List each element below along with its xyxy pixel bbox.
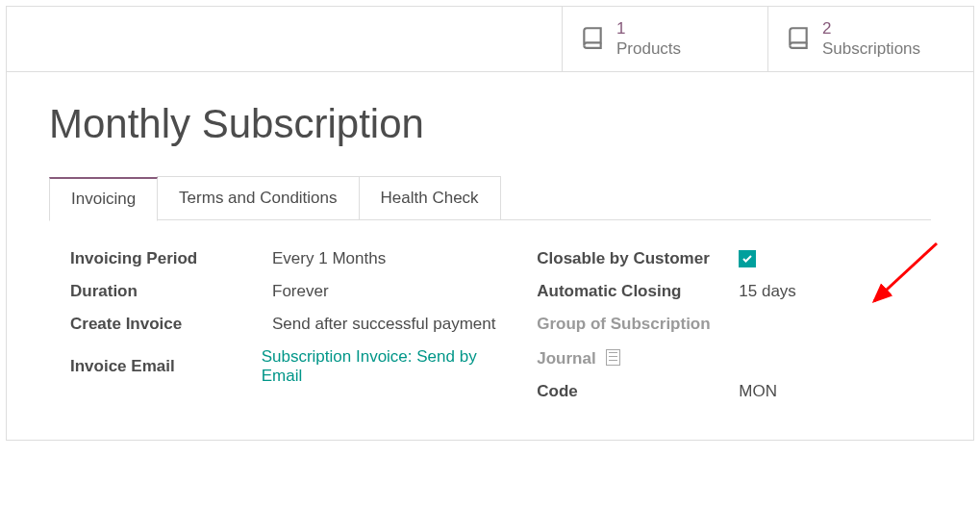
invoicing-period-value: Every 1 Months (272, 249, 386, 268)
auto-closing-row: Automatic Closing 15 days (537, 282, 931, 301)
tab-health-check[interactable]: Health Check (359, 176, 501, 220)
subscriptions-label: Subscriptions (822, 39, 920, 59)
closable-checkbox[interactable] (739, 250, 756, 267)
group-row: Group of Subscription (537, 315, 931, 334)
journal-label: Journal (537, 347, 739, 368)
form-columns: Invoicing Period Every 1 Months Duration… (49, 249, 931, 415)
invoicing-period-number: 1 (318, 249, 327, 267)
invoicing-period-unit: Months (332, 249, 386, 267)
auto-closing-label: Automatic Closing (537, 282, 739, 301)
journal-label-text: Journal (537, 349, 595, 368)
building-icon (606, 349, 620, 366)
stat-bar-spacer (7, 7, 562, 71)
subscriptions-stat-button[interactable]: 2 Subscriptions (767, 7, 973, 71)
stat-bar: 1 Products 2 Subscriptions (7, 7, 973, 72)
create-invoice-row: Create Invoice Send after successful pay… (70, 315, 508, 334)
form-card: 1 Products 2 Subscriptions Monthly Subsc… (6, 6, 974, 441)
products-stat-button[interactable]: 1 Products (562, 7, 767, 71)
tab-invoicing[interactable]: Invoicing (49, 177, 158, 221)
closable-label: Closable by Customer (537, 249, 739, 268)
tabs: Invoicing Terms and Conditions Health Ch… (49, 176, 931, 220)
duration-value: Forever (272, 282, 329, 301)
invoicing-period-prefix: Every (272, 249, 314, 267)
right-column: Closable by Customer Automatic Closing 1… (537, 249, 931, 415)
auto-closing-unit: days (762, 282, 796, 300)
auto-closing-number: 15 (739, 282, 757, 300)
book-icon (786, 25, 811, 54)
code-row: Code MON (537, 382, 931, 401)
duration-row: Duration Forever (70, 282, 508, 301)
invoicing-period-label: Invoicing Period (70, 249, 272, 268)
page-title: Monthly Subscription (49, 101, 931, 147)
products-label: Products (616, 39, 681, 59)
invoice-email-link[interactable]: Subscription Invoice: Send by Email (262, 347, 509, 386)
invoice-email-label: Invoice Email (70, 357, 262, 376)
tab-terms[interactable]: Terms and Conditions (157, 176, 359, 220)
closable-row: Closable by Customer (537, 249, 931, 268)
create-invoice-label: Create Invoice (70, 315, 272, 334)
create-invoice-value: Send after successful payment (272, 315, 495, 334)
invoice-email-row: Invoice Email Subscription Invoice: Send… (70, 347, 508, 386)
subscriptions-count: 2 (822, 19, 920, 38)
duration-label: Duration (70, 282, 272, 301)
group-label: Group of Subscription (537, 315, 739, 334)
invoicing-period-row: Invoicing Period Every 1 Months (70, 249, 508, 268)
code-value: MON (739, 382, 777, 401)
products-count: 1 (616, 19, 681, 38)
journal-row: Journal (537, 347, 931, 368)
auto-closing-value: 15 days (739, 282, 796, 301)
form-content: Monthly Subscription Invoicing Terms and… (7, 72, 973, 440)
left-column: Invoicing Period Every 1 Months Duration… (49, 249, 508, 415)
book-icon (580, 25, 605, 54)
code-label: Code (537, 382, 739, 401)
